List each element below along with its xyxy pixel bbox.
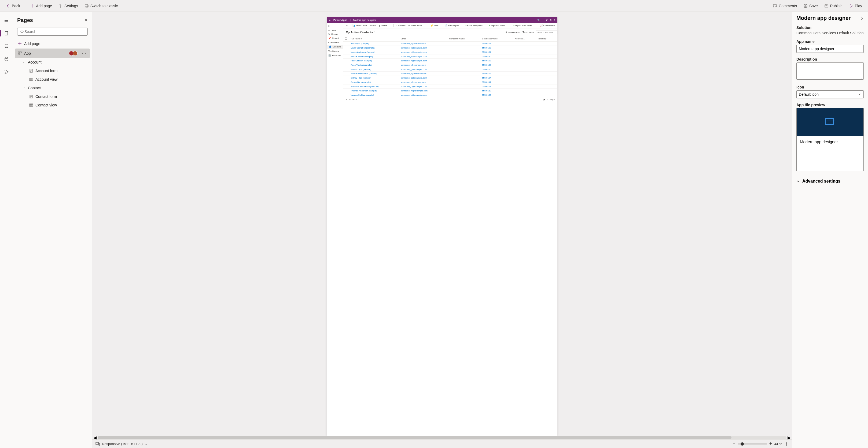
tree-item-contact-view[interactable]: Contact view — [15, 101, 90, 109]
svg-point-7 — [5, 73, 6, 74]
nav-recent: ↻Recent — [327, 32, 343, 36]
solution-label: Solution — [796, 26, 864, 30]
tile-preview-label: App tile preview — [796, 103, 864, 107]
switch-classic-button[interactable]: Switch to classic — [82, 2, 121, 10]
grid-search — [536, 31, 557, 34]
publish-button[interactable]: Publish — [822, 2, 845, 10]
filter-icon: ∇ — [546, 19, 548, 22]
add-page-label: Add page — [36, 4, 52, 8]
tree-item-account[interactable]: Account — [15, 58, 90, 66]
back-button[interactable]: Back — [3, 2, 23, 10]
collapse-panel-button[interactable] — [860, 17, 864, 20]
rail-automation[interactable] — [1, 66, 12, 77]
more-icon[interactable]: ⋯ — [81, 51, 87, 56]
play-icon — [849, 4, 853, 8]
app-preview[interactable]: ⠿ Power Apps | Modern app designer 🔍 + ∇… — [327, 17, 557, 436]
tree-item-app[interactable]: App ⋯ — [15, 49, 90, 58]
back-label: Back — [12, 4, 20, 8]
tile-name: Modern app designer — [797, 136, 863, 171]
add-page-label: Add page — [24, 41, 40, 46]
comments-label: Comments — [779, 4, 797, 8]
svg-rect-4 — [5, 31, 8, 35]
nav-pinned: 📌Pinned — [327, 36, 343, 40]
tree-item-contact-form[interactable]: Contact form — [15, 92, 90, 101]
table-row: Paul Cannon (sample)someone_h@example.co… — [343, 59, 557, 63]
svg-point-9 — [21, 30, 23, 33]
app-icon — [18, 51, 22, 56]
zoom-in-button[interactable]: + — [769, 441, 772, 447]
responsive-label[interactable]: Responsive (1911 x 1129) — [102, 442, 143, 446]
waffle-icon: ⠿ — [329, 19, 331, 22]
top-toolbar: Back Add page Settings Switch to classic… — [0, 0, 868, 12]
fit-icon[interactable] — [784, 442, 788, 446]
tree-item-account-form[interactable]: Account form — [15, 66, 90, 75]
tree-label: Account form — [35, 69, 57, 73]
rail-data[interactable] — [1, 54, 12, 64]
tree-item-contact[interactable]: Contact — [15, 84, 90, 92]
cmd-import-excel: x Import from Excel — [512, 24, 533, 27]
preview-header-icons: 🔍 + ∇ ⚙ ? — [537, 19, 555, 22]
table-row: Rene Valdes (sample)someone_i@example.co… — [343, 63, 557, 67]
pages-panel: Pages ✕ Add page App ⋯ Account — [13, 12, 92, 448]
form-icon — [29, 69, 33, 73]
tree-label: Account view — [35, 77, 57, 82]
cmd-excel-templates: x Excel Templates — [464, 24, 484, 27]
comments-button[interactable]: Comments — [770, 2, 800, 10]
zoom-value: 44 % — [774, 442, 782, 446]
plus-icon — [30, 4, 34, 8]
play-button[interactable]: Play — [846, 2, 865, 10]
description-label: Description — [796, 57, 864, 61]
cmd-show-chart: 📊 Show Chart — [351, 24, 368, 27]
svg-rect-21 — [827, 120, 835, 126]
canvas-area: ⠿ Power Apps | Modern app designer 🔍 + ∇… — [92, 12, 792, 448]
save-button[interactable]: Save — [801, 2, 820, 10]
view-icon — [29, 77, 33, 82]
canvas-hscroll[interactable]: ◀ ▶ — [92, 436, 792, 440]
separator — [25, 3, 25, 9]
app-tile-icon — [824, 117, 837, 128]
svg-rect-11 — [20, 52, 22, 53]
publish-icon — [824, 4, 829, 8]
settings-button[interactable]: Settings — [56, 2, 81, 10]
table-row: Nancy Anderson (sample)someone_c@example… — [343, 50, 557, 55]
chevron-down-icon[interactable]: ⌄ — [145, 442, 147, 446]
cmd-export-excel: x Export to Excel — [488, 24, 506, 27]
tree-label: Contact form — [35, 94, 57, 99]
nav-hamburger: ≡ — [327, 24, 343, 28]
add-page-link[interactable]: Add page — [15, 39, 90, 49]
view-icon — [29, 103, 33, 107]
icon-select[interactable]: Default icon — [796, 90, 864, 98]
search-icon: 🔍 — [537, 19, 540, 22]
table-row: Maria Campbell (sample)someone_d@example… — [343, 46, 557, 50]
svg-rect-16 — [30, 104, 33, 106]
svg-point-5 — [5, 57, 8, 59]
app-name-input[interactable] — [796, 45, 864, 53]
properties-panel: Modern app designer Solution Common Data… — [792, 12, 868, 448]
pages-search-input[interactable] — [24, 30, 85, 34]
pages-search[interactable] — [17, 28, 88, 36]
cmd-delete: 🗑 Delete — [377, 24, 389, 27]
tree-item-account-view[interactable]: Account view — [15, 75, 90, 84]
rail-pages[interactable] — [1, 28, 12, 39]
cmd-refresh: ↻ Refresh — [395, 24, 407, 27]
close-panel-button[interactable]: ✕ — [84, 18, 88, 23]
grid-footer: 1 - 13 of 13 |◀ ← Page — [343, 97, 557, 102]
table-row: Scott Konersmann (sample)someone_f@examp… — [343, 72, 557, 76]
add-page-button[interactable]: Add page — [27, 2, 55, 10]
rail-hamburger[interactable] — [1, 15, 12, 26]
play-label: Play — [855, 4, 862, 8]
switch-icon — [85, 4, 89, 8]
svg-rect-2 — [825, 5, 828, 7]
tile-preview: Modern app designer — [796, 108, 864, 171]
zoom-out-button[interactable]: − — [733, 441, 736, 447]
cmd-email-link: ✉ Email a Link — [407, 24, 424, 27]
chevron-down-icon — [796, 179, 800, 183]
table-row: Yvonne McKay (sample)someone_a@example.c… — [343, 93, 557, 97]
zoom-slider[interactable] — [738, 443, 767, 445]
description-input[interactable] — [796, 62, 864, 79]
preview-appbar: ⠿ Power Apps | Modern app designer 🔍 + ∇… — [327, 17, 557, 23]
advanced-settings-toggle[interactable]: Advanced settings — [796, 177, 864, 186]
view-name: My Active Contacts ˅ — [343, 28, 377, 36]
svg-point-8 — [7, 71, 8, 72]
rail-tree[interactable] — [1, 41, 12, 52]
